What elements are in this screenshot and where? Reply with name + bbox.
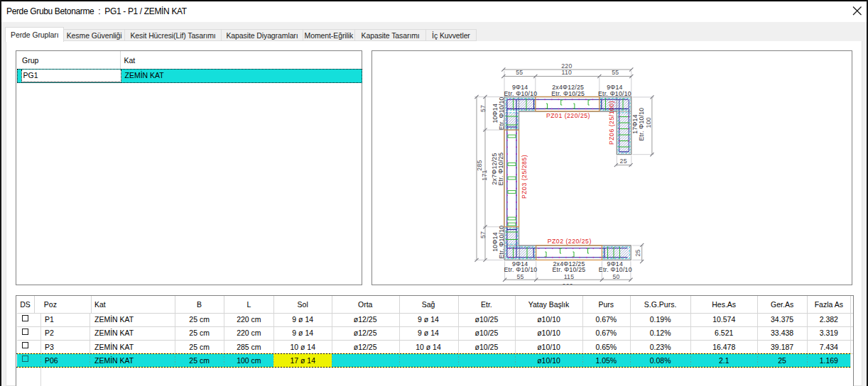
svg-text:25: 25 xyxy=(634,249,641,256)
svg-text:Etr. Φ10/10: Etr. Φ10/10 xyxy=(498,226,505,259)
svg-text:55: 55 xyxy=(612,69,619,76)
svg-text:PZ02 (220/25): PZ02 (220/25) xyxy=(548,238,592,245)
svg-text:285: 285 xyxy=(476,160,483,170)
svg-text:Etr. Φ10/25: Etr. Φ10/25 xyxy=(553,266,586,273)
svg-text:PZ06 (25/100): PZ06 (25/100) xyxy=(608,101,615,145)
svg-text:100: 100 xyxy=(645,117,652,128)
svg-text:Etr. Φ10/25: Etr. Φ10/25 xyxy=(497,153,504,186)
svg-text:115: 115 xyxy=(564,273,575,280)
svg-text:Etr. Φ10/25: Etr. Φ10/25 xyxy=(551,90,585,97)
svg-text:110: 110 xyxy=(562,69,573,76)
svg-text:57: 57 xyxy=(479,231,487,238)
svg-text:Etr. Φ10/10: Etr. Φ10/10 xyxy=(498,96,505,130)
svg-text:Etr. Φ10/10: Etr. Φ10/10 xyxy=(598,90,631,97)
svg-text:Etr. Φ10/10: Etr. Φ10/10 xyxy=(504,90,538,97)
svg-text:25: 25 xyxy=(620,158,627,165)
svg-text:220: 220 xyxy=(563,282,573,285)
svg-text:171: 171 xyxy=(481,170,488,180)
svg-text:PZ03 (25/285): PZ03 (25/285) xyxy=(521,155,528,199)
svg-text:50: 50 xyxy=(612,273,619,280)
svg-text:55: 55 xyxy=(516,69,523,76)
svg-text:Etr. Φ10/10: Etr. Φ10/10 xyxy=(599,266,632,273)
svg-text:55: 55 xyxy=(517,273,524,280)
svg-text:PZ01 (220/25): PZ01 (220/25) xyxy=(546,112,590,119)
svg-text:Etr. Φ10/10: Etr. Φ10/10 xyxy=(504,266,538,273)
svg-text:57: 57 xyxy=(479,105,487,112)
svg-text:Etr. Φ10/10: Etr. Φ10/10 xyxy=(638,108,645,141)
